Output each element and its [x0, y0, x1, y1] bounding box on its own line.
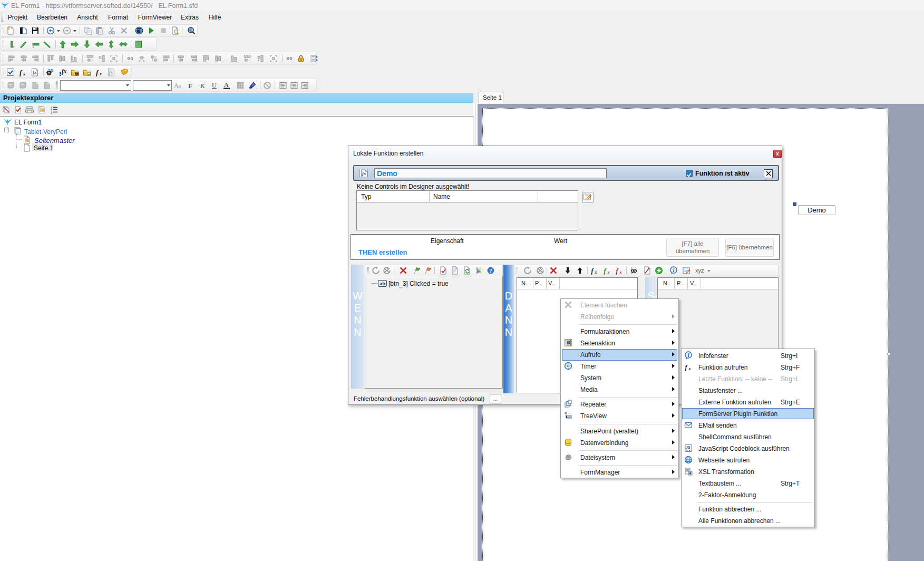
svg-text:fx: fx — [33, 70, 37, 75]
svg-text:f: f — [604, 267, 607, 275]
svg-text:F: F — [188, 82, 192, 90]
svg-text:1:1: 1:1 — [189, 29, 193, 32]
svg-text:x: x — [595, 270, 597, 275]
svg-text:A: A — [224, 81, 229, 89]
svg-text:K: K — [200, 82, 206, 90]
svg-text:A: A — [174, 82, 179, 89]
svg-text:f: f — [616, 267, 619, 275]
svg-text:x: x — [23, 72, 25, 76]
svg-text:fx: fx — [75, 72, 78, 76]
svg-text:ab: ab — [380, 281, 385, 286]
svg-text:x: x — [688, 366, 691, 371]
svg-text:fx: fx — [62, 68, 67, 74]
svg-text:a: a — [179, 83, 181, 89]
svg-text:JS: JS — [686, 446, 690, 449]
svg-text:U: U — [212, 82, 217, 89]
svg-text:fx: fx — [109, 70, 113, 75]
svg-text:f: f — [96, 69, 99, 76]
svg-text:3: 3 — [51, 111, 52, 114]
svg-text:f: f — [685, 364, 688, 371]
svg-text:f: f — [20, 69, 23, 76]
svg-text:fx: fx — [362, 171, 366, 176]
svg-text:i: i — [673, 268, 675, 273]
svg-text:x: x — [99, 72, 102, 76]
svg-text:x: x — [607, 270, 610, 275]
svg-text:x: x — [619, 270, 622, 275]
svg-text:?: ? — [489, 267, 492, 274]
svg-text:f: f — [591, 267, 594, 275]
svg-text:i: i — [688, 353, 689, 358]
